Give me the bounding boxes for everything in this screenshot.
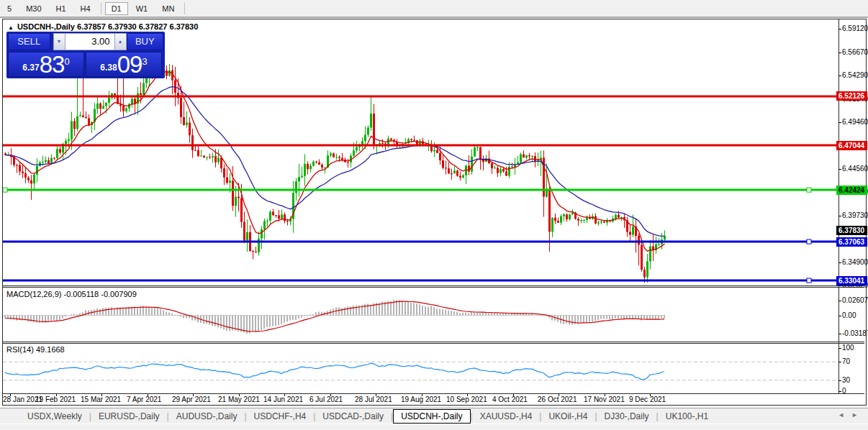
trade-panel: SELL ▼ 3.00 ▲ BUY 6.37830 6.38093 xyxy=(6,32,165,78)
timeframe-d1[interactable]: D1 xyxy=(105,2,128,15)
price-axis-label: 0.00 xyxy=(842,311,856,320)
axis-tick xyxy=(838,362,841,362)
symbol-title: USDCNH-,Daily xyxy=(17,22,75,31)
date-label: 9 Dec 2021 xyxy=(629,395,666,403)
date-label: 19 Feb 2021 xyxy=(35,395,76,403)
buy-price-small: 6.38 xyxy=(100,63,117,73)
axis-tick xyxy=(838,316,841,316)
axis-tick xyxy=(838,76,841,76)
price-axis-label: 6.49460 xyxy=(842,118,868,127)
tab-scroll-left-icon[interactable]: ◄ xyxy=(838,411,844,418)
axis-tick xyxy=(838,216,841,216)
axis-tick xyxy=(838,262,841,263)
axis-tick xyxy=(838,380,841,381)
axis-tick xyxy=(838,348,841,349)
sell-button[interactable]: SELL xyxy=(8,33,50,50)
price-axis-label: 6.34900 xyxy=(842,258,868,267)
collapse-arrow-icon[interactable]: ▲ xyxy=(8,24,14,31)
price-axis-label: 6.59120 xyxy=(842,24,868,33)
timeframe-h4[interactable]: H4 xyxy=(74,2,97,15)
chart-window: 6.591206.566706.542906.518406.494606.445… xyxy=(2,19,867,406)
tab-dj30-daily[interactable]: DJ30-,Daily xyxy=(597,409,656,424)
tab-ukoil-h4[interactable]: UKOil-,H4 xyxy=(541,409,595,424)
date-label: 15 Mar 2021 xyxy=(81,395,121,403)
date-label: 14 Jun 2021 xyxy=(263,395,303,403)
macd-label: MACD(12,26,9) -0.005118 -0.007909 xyxy=(6,290,137,298)
axis-tick xyxy=(838,334,841,334)
date-label: 19 Aug 2021 xyxy=(401,395,441,403)
toolbar-separator xyxy=(184,3,185,14)
macd-signal-line xyxy=(5,301,664,331)
rsi-pane[interactable] xyxy=(3,344,838,393)
timeframe-mn[interactable]: MN xyxy=(155,2,181,15)
timeframe-h1[interactable]: H1 xyxy=(50,2,73,15)
hline-handle[interactable] xyxy=(3,188,7,192)
chart-title: ▲USDCNH-,Daily 6.37857 6.37930 6.37827 6… xyxy=(8,22,198,31)
hline-handle[interactable] xyxy=(807,188,811,192)
axis-tick xyxy=(838,52,841,53)
date-label: 28 Jul 2021 xyxy=(355,395,392,403)
date-label: 26 Oct 2021 xyxy=(538,395,577,403)
tab-usdchf-h4[interactable]: USDCHF-,H4 xyxy=(247,409,314,424)
tab-usdx-weekly[interactable]: USDX,Weekly xyxy=(20,409,89,424)
timeframe-m30[interactable]: M30 xyxy=(19,2,48,15)
hline-price-tag[interactable]: 6.47044 xyxy=(836,141,867,150)
pane-separator[interactable] xyxy=(3,287,864,288)
price-axis-label: 70 xyxy=(842,357,850,366)
chart-tabs-bar: USDX,Weekly|EURUSD-,Daily|AUDUSD-,Daily|… xyxy=(0,408,868,424)
rsi-line xyxy=(5,363,664,380)
ohlc-values: 6.37857 6.37930 6.37827 6.37830 xyxy=(77,22,198,31)
volume-decrease-button[interactable]: ▼ xyxy=(53,33,65,50)
price-axis-label: 0.02607 xyxy=(842,296,868,305)
axis-tick xyxy=(838,301,841,301)
volume-increase-button[interactable]: ▲ xyxy=(114,33,127,50)
tab-uk100-h1[interactable]: UK100-,H1 xyxy=(659,409,715,424)
price-axis-label: 0 xyxy=(842,387,846,395)
axis-tick xyxy=(838,285,841,286)
axis-tick xyxy=(838,122,841,123)
timeframe-w1[interactable]: W1 xyxy=(130,2,155,15)
hline-price-tag[interactable]: 6.37063 xyxy=(836,237,867,247)
price-axis-label: -0.03187 xyxy=(842,329,868,338)
ma-line xyxy=(6,71,665,251)
date-label: 7 Apr 2021 xyxy=(127,395,161,403)
buy-button[interactable]: BUY xyxy=(127,33,163,50)
hline-price-tag[interactable]: 6.52126 xyxy=(836,91,867,101)
hline-price-tag[interactable]: 6.42424 xyxy=(836,186,867,195)
timeframe-5[interactable]: 5 xyxy=(1,2,18,15)
tab-scroll-right-icon[interactable]: ► xyxy=(851,411,858,418)
hline-handle[interactable] xyxy=(807,278,811,283)
tab-usdcnh-daily[interactable]: USDCNH-,Daily xyxy=(393,409,470,424)
buy-price-big: 09 xyxy=(117,54,143,76)
date-label: 6 Jul 2021 xyxy=(309,395,343,403)
tab-usdcad-daily[interactable]: USDCAD-,Daily xyxy=(315,409,391,424)
sell-price-small: 6.37 xyxy=(22,63,39,73)
axis-tick xyxy=(838,391,841,392)
toolbar-separator xyxy=(101,3,101,14)
buy-price-display[interactable]: 6.38093 xyxy=(86,52,162,77)
tab-xauusd-h4[interactable]: XAUUSD-,H4 xyxy=(473,409,540,424)
hline-handle[interactable] xyxy=(807,239,811,244)
axis-tick xyxy=(838,169,841,170)
volume-stepper: ▼ 3.00 ▲ xyxy=(53,33,127,50)
tab-audusd-daily[interactable]: AUDUSD-,Daily xyxy=(169,409,245,424)
time-axis: 28 Jan 202119 Feb 202115 Mar 20217 Apr 2… xyxy=(3,394,838,403)
price-axis-label: 30 xyxy=(842,376,850,385)
pane-separator[interactable] xyxy=(3,285,864,286)
price-axis-label: 100 xyxy=(842,344,854,352)
sell-price-display[interactable]: 6.37830 xyxy=(8,52,84,77)
price-axis-label: 6.39730 xyxy=(842,211,868,220)
volume-field[interactable]: 3.00 xyxy=(65,33,114,50)
current-price-tag[interactable]: 6.37830 xyxy=(836,226,867,235)
hline-price-tag[interactable]: 6.33041 xyxy=(836,276,867,285)
chart-tabs: USDX,Weekly|EURUSD-,Daily|AUDUSD-,Daily|… xyxy=(0,408,715,424)
pane-separator[interactable] xyxy=(3,342,864,342)
tab-eurusd-daily[interactable]: EURUSD-,Daily xyxy=(91,409,167,424)
date-label: 29 Apr 2021 xyxy=(172,395,211,403)
date-label: 10 Sep 2021 xyxy=(446,395,487,403)
timeframe-toolbar: 5M30H1H4D1W1MN xyxy=(0,0,868,18)
date-label: 21 May 2021 xyxy=(218,395,260,403)
buy-price-sup: 3 xyxy=(142,56,147,67)
macd-histogram xyxy=(5,300,664,334)
date-label: 17 Nov 2021 xyxy=(584,395,625,403)
